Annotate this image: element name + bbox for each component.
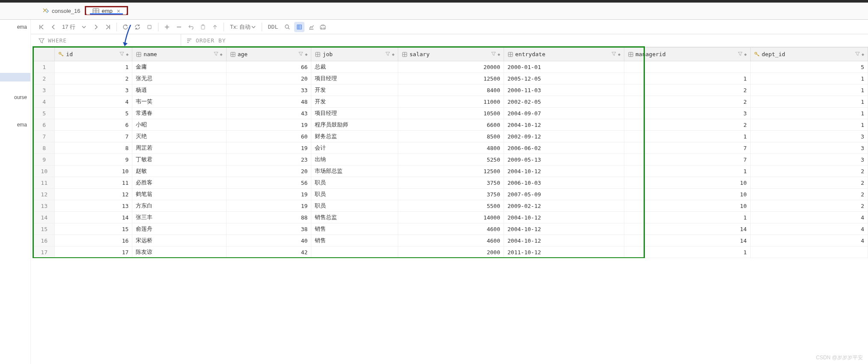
cell-managerid[interactable]: 10 xyxy=(624,200,751,212)
cell-entrydate[interactable]: 2004-10-12 xyxy=(504,119,624,131)
cell-salary[interactable]: 12500 xyxy=(398,73,504,84)
column-header-managerid[interactable]: managerid◆ xyxy=(624,48,751,61)
cell-id[interactable]: 14 xyxy=(55,212,132,223)
prev-page-icon[interactable] xyxy=(48,22,59,32)
cell-name[interactable]: 韦一笑 xyxy=(132,96,226,108)
row-number[interactable]: 8 xyxy=(34,142,55,154)
cell-salary[interactable]: 4600 xyxy=(398,223,504,235)
sidebar-item[interactable]: ema xyxy=(0,20,30,34)
cell-job[interactable]: 销售总监 xyxy=(311,212,398,223)
cell-entrydate[interactable]: 2004-10-12 xyxy=(504,165,624,177)
cell-dept_id[interactable]: 1 xyxy=(750,84,868,96)
table-row[interactable]: 1010赵敏20市场部总监125002004-10-1212 xyxy=(34,165,868,177)
cell-entrydate[interactable]: 2006-10-03 xyxy=(504,177,624,189)
cell-salary[interactable]: 2000 xyxy=(398,247,504,258)
cell-job[interactable]: 职员 xyxy=(311,177,398,189)
row-number[interactable]: 7 xyxy=(34,131,55,142)
chart-view-icon[interactable] xyxy=(306,22,316,32)
table-row[interactable]: 44韦一笑48开发110002002-02-0521 xyxy=(34,96,868,108)
cell-managerid[interactable]: 10 xyxy=(624,177,751,189)
cell-salary[interactable]: 5250 xyxy=(398,154,504,165)
cell-dept_id[interactable] xyxy=(750,247,868,258)
cell-dept_id[interactable]: 3 xyxy=(750,131,868,142)
column-header-salary[interactable]: salary◆ xyxy=(398,48,504,61)
sort-icon[interactable]: ◆ xyxy=(305,52,307,57)
cell-managerid[interactable]: 3 xyxy=(624,108,751,119)
cell-managerid[interactable]: 1 xyxy=(624,131,751,142)
cell-salary[interactable]: 3750 xyxy=(398,177,504,189)
cell-entrydate[interactable]: 2000-11-03 xyxy=(504,84,624,96)
table-row[interactable]: 1515俞莲舟38销售46002004-10-12144 xyxy=(34,223,868,235)
cell-name[interactable]: 必胜客 xyxy=(132,177,226,189)
row-number[interactable]: 10 xyxy=(34,165,55,177)
sort-icon[interactable]: ◆ xyxy=(618,52,620,57)
cell-entrydate[interactable]: 2004-10-12 xyxy=(504,223,624,235)
cell-dept_id[interactable]: 1 xyxy=(750,119,868,131)
cell-name[interactable]: 陈友谅 xyxy=(132,247,226,258)
where-filter[interactable]: WHERE xyxy=(33,34,181,47)
cell-age[interactable]: 48 xyxy=(226,96,311,108)
cell-age[interactable]: 20 xyxy=(226,73,311,84)
table-row[interactable]: 1414张三丰88销售总监140002004-10-1214 xyxy=(34,212,868,223)
last-page-icon[interactable] xyxy=(103,22,113,32)
cell-dept_id[interactable]: 2 xyxy=(750,165,868,177)
grid-view-icon[interactable] xyxy=(294,22,304,32)
cell-name[interactable]: 丁敏君 xyxy=(132,154,226,165)
cell-job[interactable]: 销售 xyxy=(311,223,398,235)
cell-salary[interactable]: 3750 xyxy=(398,189,504,200)
cell-salary[interactable]: 6600 xyxy=(398,119,504,131)
table-row[interactable]: 1313方东白19职员55002009-02-12102 xyxy=(34,200,868,212)
cell-salary[interactable]: 20000 xyxy=(398,61,504,73)
cell-id[interactable]: 1 xyxy=(55,61,132,73)
cell-age[interactable]: 19 xyxy=(226,142,311,154)
cell-managerid[interactable]: 1 xyxy=(624,73,751,84)
orderby-filter[interactable]: ORDER BY xyxy=(181,34,231,47)
remove-row-icon[interactable] xyxy=(174,22,184,32)
sort-icon[interactable]: ◆ xyxy=(392,52,394,57)
cell-job[interactable]: 项目经理 xyxy=(311,108,398,119)
cell-name[interactable]: 金庸 xyxy=(132,61,226,73)
revert-icon[interactable] xyxy=(186,22,196,32)
cell-managerid[interactable]: 7 xyxy=(624,154,751,165)
cell-age[interactable]: 38 xyxy=(226,223,311,235)
table-row[interactable]: 88周芷若19会计48002006-06-0273 xyxy=(34,142,868,154)
filter-icon[interactable] xyxy=(214,51,218,57)
cell-job[interactable]: 销售 xyxy=(311,235,398,247)
row-number[interactable]: 17 xyxy=(34,247,55,258)
row-number[interactable]: 2 xyxy=(34,73,55,84)
chevron-down-icon[interactable] xyxy=(79,22,89,32)
cell-dept_id[interactable]: 4 xyxy=(750,223,868,235)
cell-name[interactable]: 方东白 xyxy=(132,200,226,212)
cell-entrydate[interactable]: 2007-05-09 xyxy=(504,189,624,200)
cell-age[interactable]: 40 xyxy=(226,235,311,247)
cell-managerid[interactable]: 14 xyxy=(624,223,751,235)
cell-salary[interactable]: 10500 xyxy=(398,108,504,119)
row-number[interactable]: 1 xyxy=(34,61,55,73)
cell-age[interactable]: 23 xyxy=(226,154,311,165)
cell-managerid[interactable]: 7 xyxy=(624,142,751,154)
cell-managerid[interactable]: 2 xyxy=(624,119,751,131)
filter-icon[interactable] xyxy=(385,51,390,57)
cell-entrydate[interactable]: 2004-10-12 xyxy=(504,235,624,247)
cell-name[interactable]: 赵敏 xyxy=(132,165,226,177)
close-icon[interactable]: × xyxy=(117,8,120,15)
row-number[interactable]: 16 xyxy=(34,235,55,247)
column-header-age[interactable]: age◆ xyxy=(226,48,311,61)
cell-dept_id[interactable]: 1 xyxy=(750,108,868,119)
cell-job[interactable]: 总裁 xyxy=(311,61,398,73)
column-header-name[interactable]: name◆ xyxy=(132,48,226,61)
cell-dept_id[interactable]: 5 xyxy=(750,61,868,73)
cell-name[interactable]: 灭绝 xyxy=(132,131,226,142)
cell-job[interactable]: 程序员鼓励师 xyxy=(311,119,398,131)
sidebar-item[interactable] xyxy=(0,73,30,81)
column-header-id[interactable]: id◆ xyxy=(55,48,132,61)
cell-age[interactable]: 43 xyxy=(226,108,311,119)
cell-name[interactable]: 张三丰 xyxy=(132,212,226,223)
cell-dept_id[interactable]: 1 xyxy=(750,73,868,84)
cell-name[interactable]: 周芷若 xyxy=(132,142,226,154)
cell-age[interactable]: 42 xyxy=(226,247,311,258)
cell-age[interactable]: 19 xyxy=(226,200,311,212)
first-page-icon[interactable] xyxy=(36,22,47,32)
filter-icon[interactable] xyxy=(298,51,303,57)
cell-id[interactable]: 10 xyxy=(55,165,132,177)
